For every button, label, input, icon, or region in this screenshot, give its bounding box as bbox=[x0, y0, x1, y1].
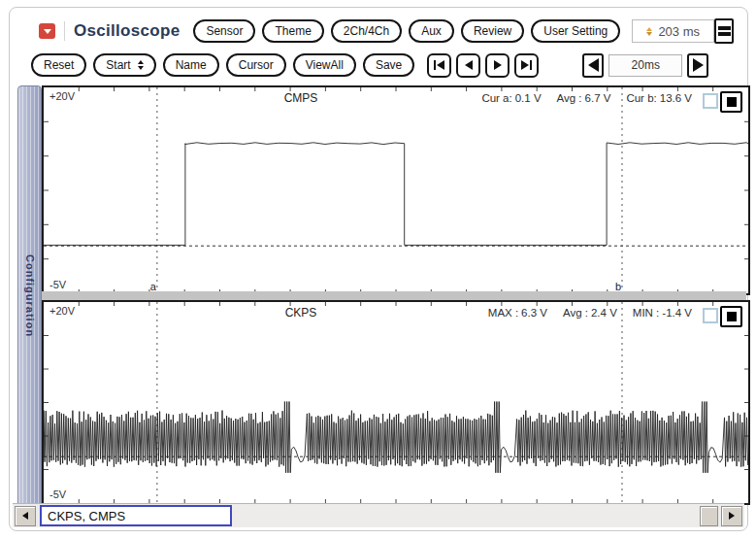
elapsed-time-display: 203 ms bbox=[632, 19, 714, 43]
bottom-scrollbar: CKPS, CMPS bbox=[13, 503, 744, 527]
channel-1-panel: CMPS Cur a:0.1 V Avg :6.7 V Cur b:13.6 V… bbox=[42, 85, 750, 295]
review-button[interactable]: Review bbox=[461, 19, 524, 43]
stat-min: MIN :-1.4 V bbox=[633, 307, 692, 319]
timebase-control: 20ms bbox=[582, 53, 708, 78]
scroll-left-button[interactable] bbox=[15, 506, 36, 526]
channel-2-waveform bbox=[44, 302, 748, 503]
toolbar-top: Oscilloscope Sensor Theme 2Ch/4Ch Aux Re… bbox=[10, 15, 747, 48]
channel-2-panel: CKPS MAX :6.3 V Avg :2.4 V MIN :-1.4 V +… bbox=[42, 300, 750, 505]
first-record-button[interactable] bbox=[427, 53, 451, 78]
channel-1-ymin-label: -5V bbox=[49, 279, 66, 290]
channel-1-stats: Cur a:0.1 V Avg :6.7 V Cur b:13.6 V bbox=[481, 92, 692, 104]
channel-2-color-button[interactable] bbox=[720, 306, 742, 327]
timebase-increase-button[interactable] bbox=[687, 53, 708, 78]
channel-separator bbox=[42, 291, 746, 300]
selected-channels-box[interactable]: CKPS, CMPS bbox=[40, 505, 232, 526]
app-menu-icon[interactable] bbox=[39, 23, 55, 39]
stat-cursor-b: Cur b:13.6 V bbox=[626, 92, 692, 104]
stat-cursor-a: Cur a:0.1 V bbox=[481, 92, 541, 104]
channel-2-ymax-label: +20V bbox=[49, 305, 75, 317]
last-record-button[interactable] bbox=[514, 53, 539, 78]
stat-average: Avg :2.4 V bbox=[563, 307, 617, 319]
reset-button[interactable]: Reset bbox=[31, 53, 86, 77]
channel-2-stats: MAX :6.3 V Avg :2.4 V MIN :-1.4 V bbox=[488, 307, 692, 319]
timebase-decrease-button[interactable] bbox=[582, 53, 604, 78]
chevron-down-icon bbox=[44, 29, 51, 34]
channel-mode-button[interactable]: 2Ch/4Ch bbox=[331, 19, 402, 43]
channel-2-checkbox[interactable] bbox=[703, 308, 718, 323]
name-button[interactable]: Name bbox=[163, 53, 219, 77]
channel-2-title: CKPS bbox=[285, 306, 317, 320]
channel-1-waveform bbox=[44, 87, 748, 293]
divider bbox=[64, 21, 65, 41]
channel-1-ymax-label: +20V bbox=[49, 90, 75, 102]
selected-channels-label: CKPS, CMPS bbox=[48, 509, 125, 523]
channel-1-color-button[interactable] bbox=[720, 91, 742, 113]
spinner-arrows-icon bbox=[138, 60, 144, 70]
timer-icon bbox=[646, 27, 652, 36]
record-nav-group bbox=[427, 53, 543, 78]
elapsed-time-value: 203 ms bbox=[658, 24, 700, 39]
prev-record-button[interactable] bbox=[456, 53, 480, 78]
aux-button[interactable]: Aux bbox=[409, 19, 454, 43]
toolbar-second: Reset Start Name Cursor ViewAll Save 20m… bbox=[10, 51, 747, 79]
app-window: Oscilloscope Sensor Theme 2Ch/4Ch Aux Re… bbox=[9, 7, 748, 531]
next-record-button[interactable] bbox=[485, 53, 509, 78]
start-button[interactable]: Start bbox=[93, 53, 155, 77]
save-button[interactable]: Save bbox=[363, 53, 414, 77]
sensor-button[interactable]: Sensor bbox=[193, 19, 255, 43]
cursor-button[interactable]: Cursor bbox=[226, 53, 286, 77]
stat-average: Avg :6.7 V bbox=[557, 92, 611, 104]
list-menu-icon[interactable] bbox=[714, 18, 734, 44]
sidebar-tab-configuration[interactable]: Configuration bbox=[17, 85, 42, 507]
stat-max: MAX :6.3 V bbox=[488, 307, 547, 319]
viewall-button[interactable]: ViewAll bbox=[293, 53, 356, 77]
theme-button[interactable]: Theme bbox=[262, 19, 323, 43]
user-setting-button[interactable]: User Setting bbox=[531, 19, 620, 43]
sidebar-tab-label: Configuration bbox=[24, 254, 36, 337]
channel-2-ymin-label: -5V bbox=[49, 488, 66, 500]
channel-1-checkbox[interactable] bbox=[703, 93, 718, 109]
channel-1-title: CMPS bbox=[284, 91, 318, 105]
page-title: Oscilloscope bbox=[74, 21, 180, 41]
scrollbar-thumb[interactable] bbox=[700, 506, 718, 526]
scroll-right-button[interactable] bbox=[721, 506, 742, 526]
timebase-value: 20ms bbox=[608, 54, 682, 77]
